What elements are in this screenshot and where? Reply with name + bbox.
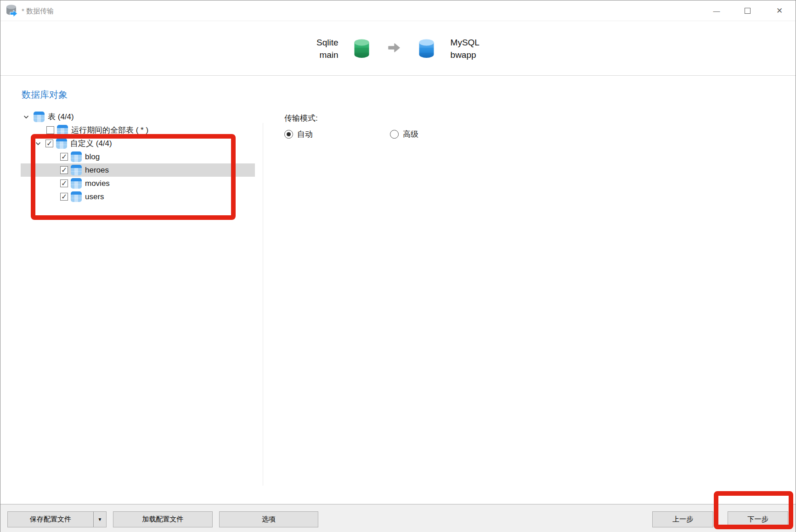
tree-row-label: movies — [85, 179, 110, 188]
transfer-header: Sqlite main — [0, 22, 796, 76]
database-objects-title: 数据库对象 — [22, 89, 68, 101]
database-objects-tree: 表 (4/4) 运行期间的全部表 ( * ) 自定义 (4/4) blog — [21, 110, 255, 203]
load-profile-button[interactable]: 加载配置文件 — [113, 511, 213, 527]
table-icon — [71, 178, 82, 189]
tree-row-all-tables[interactable]: 运行期间的全部表 ( * ) — [21, 123, 255, 137]
table-icon — [57, 125, 68, 135]
next-step-button[interactable]: 下一步 — [728, 511, 788, 527]
green-database-cylinder-icon — [353, 39, 370, 58]
chevron-down-icon[interactable] — [35, 142, 45, 146]
data-transfer-window: * 数据传输 — ✕ Sqlite main — [0, 0, 796, 532]
source-connection-label: Sqlite main — [316, 36, 339, 61]
window-title: * 数据传输 — [22, 0, 54, 21]
checkbox-heroes[interactable] — [60, 166, 68, 174]
tree-row-blog[interactable]: blog — [21, 150, 255, 163]
transfer-mode-options: 自动 高级 — [284, 129, 477, 140]
target-engine: MySQL — [451, 36, 480, 49]
tree-row-custom[interactable]: 自定义 (4/4) — [21, 137, 255, 150]
source-database: main — [316, 49, 339, 61]
panel-divider — [263, 123, 263, 486]
tree-row-users[interactable]: users — [21, 190, 255, 203]
tree-row-label: users — [85, 192, 104, 202]
target-connection-label: MySQL bwapp — [451, 36, 480, 61]
checkbox-all-tables[interactable] — [46, 126, 54, 134]
radio-label: 自动 — [297, 129, 313, 140]
maximize-button[interactable] — [737, 0, 758, 21]
checkbox-blog[interactable] — [60, 153, 68, 161]
source-engine: Sqlite — [316, 36, 339, 49]
radio-unselected-icon[interactable] — [390, 130, 399, 139]
checkbox-users[interactable] — [60, 193, 68, 201]
tree-row-label: heroes — [85, 166, 109, 175]
footer-bar: 保存配置文件 ▼ 加载配置文件 选项 上一步 下一步 — [0, 504, 796, 532]
checkbox-movies[interactable] — [60, 179, 68, 187]
chevron-down-icon[interactable] — [23, 115, 34, 119]
tree-row-label: blog — [85, 152, 100, 162]
maximize-icon — [745, 8, 751, 14]
right-arrow-icon — [388, 43, 401, 55]
radio-option-auto[interactable]: 自动 — [284, 129, 313, 140]
tree-row-label: 运行期间的全部表 ( * ) — [71, 125, 148, 135]
save-profile-button[interactable]: 保存配置文件 ▼ — [7, 511, 107, 527]
radio-label: 高级 — [403, 129, 418, 140]
options-button[interactable]: 选项 — [219, 511, 318, 527]
previous-step-button[interactable]: 上一步 — [652, 511, 713, 527]
dropdown-arrow-icon[interactable]: ▼ — [94, 517, 106, 522]
table-icon — [34, 112, 45, 122]
title-bar: * 数据传输 — ✕ — [0, 0, 796, 21]
tree-row-label: 表 (4/4) — [48, 112, 74, 122]
radio-option-advanced[interactable]: 高级 — [390, 129, 418, 140]
minimize-button[interactable]: — — [706, 0, 727, 21]
table-icon — [71, 191, 82, 202]
previous-step-label: 上一步 — [672, 515, 693, 524]
table-icon — [71, 165, 82, 175]
options-label: 选项 — [262, 515, 276, 524]
tree-row-label: 自定义 (4/4) — [70, 138, 112, 149]
blue-database-cylinder-icon — [418, 39, 435, 58]
transfer-mode-label: 传输模式: — [284, 113, 318, 123]
close-button[interactable]: ✕ — [769, 0, 790, 21]
radio-selected-icon[interactable] — [284, 130, 293, 139]
save-profile-label: 保存配置文件 — [8, 515, 93, 524]
table-icon — [56, 138, 67, 149]
load-profile-label: 加载配置文件 — [142, 515, 184, 524]
tree-row-movies[interactable]: movies — [21, 177, 255, 190]
table-icon — [71, 151, 82, 162]
tree-row-tables[interactable]: 表 (4/4) — [21, 110, 255, 123]
tree-row-heroes[interactable]: heroes — [21, 163, 255, 177]
target-database: bwapp — [451, 49, 480, 61]
data-transfer-app-icon — [5, 4, 18, 18]
next-step-label: 下一步 — [748, 515, 768, 524]
checkbox-custom[interactable] — [45, 140, 53, 147]
